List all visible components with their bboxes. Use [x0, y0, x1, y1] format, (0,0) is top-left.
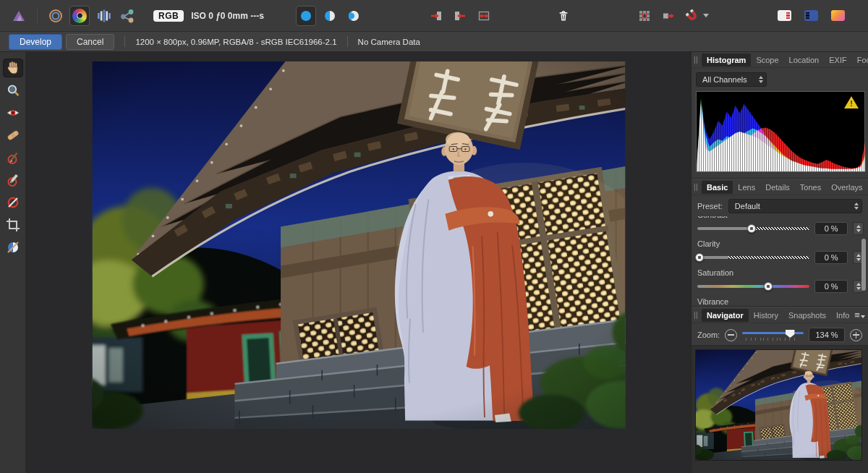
tab-basic[interactable]: Basic: [702, 181, 733, 194]
snap-move-button[interactable]: [658, 6, 678, 26]
slider-thumb[interactable]: [695, 253, 704, 262]
affinity-photo-develop-window: RGB ISO 0 ƒ0 0mm ---s: [0, 0, 868, 473]
assistant-group: [634, 6, 711, 26]
tab-navigator[interactable]: Navigator: [702, 309, 749, 322]
panel-drag-handle[interactable]: [694, 184, 697, 191]
zoom-slider-thumb[interactable]: [786, 330, 795, 338]
toolbar-separator: [37, 8, 38, 24]
blemish-removal-tool[interactable]: [3, 126, 23, 145]
slider-thumb[interactable]: [764, 282, 773, 291]
vibrance-slider-row: Vibrance 0 %: [697, 297, 864, 306]
slider-label: Contrast: [697, 216, 864, 220]
preset-select[interactable]: Default: [728, 199, 862, 213]
zoom-ticks: [744, 338, 802, 341]
develop-bar: Develop Cancel 1200 × 800px, 0.96MP, RGB…: [0, 32, 868, 52]
tone-mapping-persona[interactable]: [93, 6, 114, 26]
channel-select[interactable]: All Channels: [696, 72, 767, 87]
tab-lens[interactable]: Lens: [733, 181, 760, 194]
slider-list: Contrast 0 % Clarity 0 %: [692, 216, 868, 306]
tab-scope[interactable]: Scope: [751, 54, 783, 67]
contrast-slider-row: Contrast 0 %: [697, 216, 864, 234]
preset-label: Preset:: [697, 202, 723, 210]
exposure-info: ISO 0 ƒ0 0mm ---s: [191, 11, 264, 21]
tab-tones[interactable]: Tones: [795, 181, 826, 194]
select-arrows-icon: [850, 203, 859, 210]
apply-after-button[interactable]: [450, 6, 470, 26]
apply-before-button[interactable]: [426, 6, 446, 26]
tab-snapshots[interactable]: Snapshots: [783, 309, 831, 322]
panel-scrollbar[interactable]: [861, 239, 866, 291]
panel-drag-handle[interactable]: [694, 56, 697, 64]
white-balance-tool[interactable]: [3, 238, 23, 257]
saturation-slider[interactable]: [697, 285, 809, 288]
overlay-paint-tool[interactable]: [3, 148, 23, 167]
panel-drag-handle[interactable]: [694, 312, 697, 319]
affinity-logo[interactable]: [9, 6, 29, 26]
navigator-thumbnail[interactable]: [696, 350, 861, 460]
top-toolbar: RGB ISO 0 ƒ0 0mm ---s: [0, 0, 868, 32]
liquify-persona[interactable]: [46, 6, 66, 26]
sync-group: [426, 6, 494, 26]
gradient-swatch-button[interactable]: [828, 6, 848, 26]
zoom-tool[interactable]: [3, 81, 23, 100]
overlay-erase-tool[interactable]: [3, 171, 23, 189]
slider-label: Saturation: [697, 268, 864, 278]
navigator-panel: Navigator History Snapshots Info ≡ Zoom:…: [692, 307, 868, 473]
tab-details[interactable]: Details: [760, 181, 795, 194]
apply-split-button[interactable]: [474, 6, 494, 26]
histogram-panel-header: Histogram Scope Location EXIF Focus ≡: [692, 52, 868, 68]
tab-info[interactable]: Info: [831, 309, 854, 322]
right-studio: Histogram Scope Location EXIF Focus ≡ Al…: [691, 52, 868, 473]
clipping-warning-icon: !: [843, 95, 859, 109]
develop-persona[interactable]: [69, 6, 90, 26]
clarity-value[interactable]: 0 %: [814, 251, 848, 264]
zoom-value[interactable]: 134 %: [809, 328, 845, 342]
slider-thumb[interactable]: [747, 224, 756, 233]
grid-button[interactable]: [634, 6, 655, 26]
left-studio-button[interactable]: [775, 6, 795, 26]
split-view-button[interactable]: [320, 6, 340, 26]
color-format-badge: RGB: [153, 10, 184, 22]
discard-button[interactable]: [553, 6, 574, 26]
camera-info: No Camera Data: [358, 38, 420, 46]
zoom-slider[interactable]: [742, 328, 804, 341]
clarity-slider-row: Clarity 0 %: [697, 239, 864, 263]
hand-tool[interactable]: [3, 59, 23, 77]
stepper-control[interactable]: [853, 222, 864, 235]
red-eye-tool[interactable]: [3, 103, 23, 122]
zoom-in-button[interactable]: [850, 329, 862, 341]
mirror-view-button[interactable]: [344, 6, 364, 26]
slider-label: Vibrance: [697, 297, 864, 306]
develop-button[interactable]: Develop: [9, 34, 62, 50]
svg-text:!: !: [850, 99, 853, 108]
trash-icon: [556, 9, 571, 23]
export-persona[interactable]: [117, 6, 137, 26]
document-canvas[interactable]: [26, 52, 691, 473]
single-view-button[interactable]: [296, 6, 316, 26]
saturation-slider-row: Saturation 0 %: [697, 268, 864, 292]
clarity-slider[interactable]: [697, 256, 809, 259]
view-mode-group: [296, 6, 364, 26]
magnet-button[interactable]: [682, 6, 711, 26]
tab-history[interactable]: History: [749, 309, 783, 322]
contrast-value[interactable]: 0 %: [814, 222, 848, 235]
photo-image[interactable]: [92, 61, 625, 429]
crop-tool[interactable]: [3, 216, 23, 234]
persona-group: [9, 6, 137, 26]
histogram-panel: Histogram Scope Location EXIF Focus ≡ Al…: [692, 52, 868, 178]
divider: [347, 36, 348, 47]
tab-exif[interactable]: EXIF: [824, 54, 851, 67]
right-studio-button[interactable]: [801, 6, 822, 26]
tab-location[interactable]: Location: [784, 54, 825, 67]
tab-focus[interactable]: Focus: [852, 54, 868, 67]
zoom-out-button[interactable]: [725, 329, 737, 341]
contrast-slider[interactable]: [697, 227, 809, 230]
develop-settings-panel: Basic Lens Details Tones Overlays Preset…: [692, 179, 868, 306]
histogram-display: !: [696, 91, 865, 172]
overlay-gradient-tool[interactable]: [3, 193, 23, 212]
panel-menu-icon[interactable]: ≡: [854, 312, 865, 319]
cancel-button[interactable]: Cancel: [66, 34, 114, 50]
saturation-value[interactable]: 0 %: [814, 280, 848, 293]
tab-overlays[interactable]: Overlays: [826, 181, 867, 194]
tab-histogram[interactable]: Histogram: [702, 54, 751, 67]
